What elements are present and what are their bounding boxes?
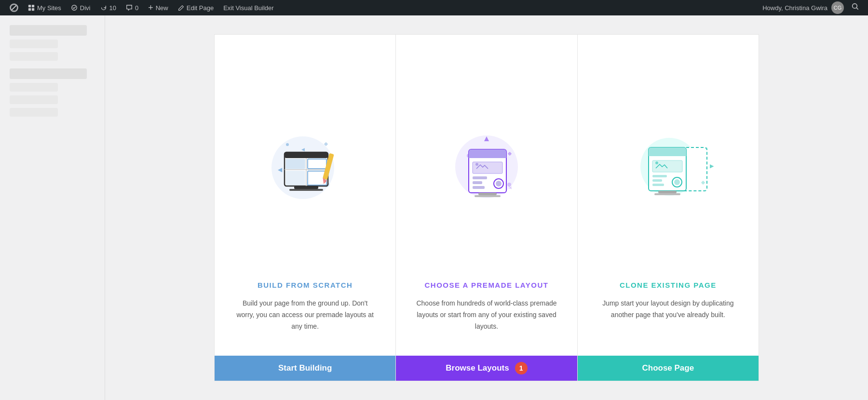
admin-bar-right: Howdy, Christina Gwira CG	[762, 1, 863, 14]
my-sites-label: My Sites	[37, 4, 61, 12]
svg-rect-23	[289, 189, 323, 191]
clone-card-content: CLONE EXISTING PAGE Jump start your layo…	[578, 276, 759, 356]
svg-rect-39	[473, 181, 482, 184]
svg-rect-19	[308, 159, 326, 169]
clone-card-desc: Jump start your layout design by duplica…	[597, 298, 739, 341]
svg-point-61	[674, 179, 680, 185]
svg-rect-43	[478, 193, 497, 195]
premade-card-desc: Choose from hundreds of world-class prem…	[415, 298, 557, 341]
svg-text:▶: ▶	[710, 163, 714, 169]
svg-point-9	[286, 143, 289, 146]
sidebar-block-6	[10, 95, 58, 104]
svg-text:◀: ◀	[301, 147, 304, 152]
sidebar-block-4	[10, 68, 87, 79]
svg-rect-38	[473, 176, 487, 179]
user-avatar[interactable]: CG	[831, 1, 844, 14]
svg-rect-59	[652, 184, 664, 186]
premade-card-title: CHOOSE A PREMADE LAYOUT	[415, 281, 557, 289]
edit-page-label: Edit Page	[187, 4, 214, 12]
updates-link[interactable]: 10	[95, 0, 121, 15]
svg-rect-54	[649, 154, 686, 156]
search-icon[interactable]	[848, 3, 863, 13]
updates-count: 10	[109, 4, 116, 12]
admin-bar: My Sites Divi 10 0 + New Edit Page Exit …	[0, 0, 868, 15]
divi-label: Divi	[80, 4, 91, 12]
clone-illustration: ▶ ◇ ◇	[578, 35, 759, 276]
svg-rect-2	[32, 5, 34, 7]
svg-point-56	[655, 161, 658, 164]
wordpress-icon[interactable]	[5, 0, 23, 15]
clone-card-title: CLONE EXISTING PAGE	[597, 281, 739, 289]
card-clone-existing: ▶ ◇ ◇	[577, 34, 759, 381]
svg-rect-57	[652, 175, 667, 177]
sidebar-block-5	[10, 83, 58, 92]
svg-point-32	[507, 183, 511, 187]
new-link[interactable]: + New	[143, 0, 173, 15]
svg-rect-62	[658, 191, 677, 193]
svg-point-42	[496, 181, 502, 187]
build-card-desc: Build your page from the ground up. Don'…	[234, 298, 376, 341]
card-build-from-scratch: ◀ ◀ ◇	[214, 34, 395, 381]
svg-rect-15	[285, 152, 328, 158]
main-content: ◀ ◀ ◇	[0, 15, 868, 400]
svg-rect-63	[654, 193, 680, 195]
svg-rect-35	[469, 156, 506, 158]
build-illustration: ◀ ◀ ◇	[215, 35, 395, 276]
sidebar-block-2	[10, 40, 58, 48]
sidebar-block-3	[10, 52, 58, 61]
svg-rect-3	[28, 8, 31, 11]
build-card-title: BUILD FROM SCRATCH	[234, 281, 376, 289]
build-card-content: BUILD FROM SCRATCH Build your page from …	[215, 276, 395, 356]
start-building-button[interactable]: Start Building	[215, 356, 395, 381]
svg-rect-40	[473, 186, 485, 189]
user-greeting: Howdy, Christina Gwira	[762, 4, 827, 12]
exit-visual-builder-label: Exit Visual Builder	[223, 4, 274, 12]
svg-rect-22	[294, 186, 318, 189]
comments-link[interactable]: 0	[121, 0, 143, 15]
browse-layouts-label: Browse Layouts	[446, 363, 509, 373]
svg-rect-18	[286, 159, 305, 169]
browse-layouts-badge: 1	[515, 362, 528, 374]
svg-rect-44	[475, 195, 501, 197]
svg-rect-58	[652, 179, 662, 182]
svg-text:◀: ◀	[277, 166, 282, 173]
new-label: New	[156, 4, 168, 12]
my-sites-link[interactable]: My Sites	[23, 0, 66, 15]
svg-text:◇: ◇	[705, 146, 708, 150]
premade-card-content: CHOOSE A PREMADE LAYOUT Choose from hund…	[396, 276, 577, 356]
comments-count: 0	[135, 4, 138, 12]
browse-layouts-button[interactable]: Browse Layouts 1	[396, 356, 577, 381]
exit-visual-builder-link[interactable]: Exit Visual Builder	[218, 0, 279, 15]
divi-link[interactable]: Divi	[66, 0, 95, 15]
edit-page-link[interactable]: Edit Page	[173, 0, 218, 15]
sidebar-block-7	[10, 108, 58, 117]
premade-illustration: ✕ ✕	[396, 35, 577, 276]
svg-rect-20	[286, 171, 305, 185]
svg-rect-1	[28, 5, 31, 7]
card-choose-premade: ✕ ✕	[395, 34, 577, 381]
svg-rect-4	[32, 8, 34, 11]
cards-container: ◀ ◀ ◇	[214, 34, 759, 381]
sidebar-panel	[0, 15, 105, 400]
sidebar-block-1	[10, 25, 87, 36]
choose-page-button[interactable]: Choose Page	[578, 356, 759, 381]
svg-point-37	[475, 163, 478, 166]
